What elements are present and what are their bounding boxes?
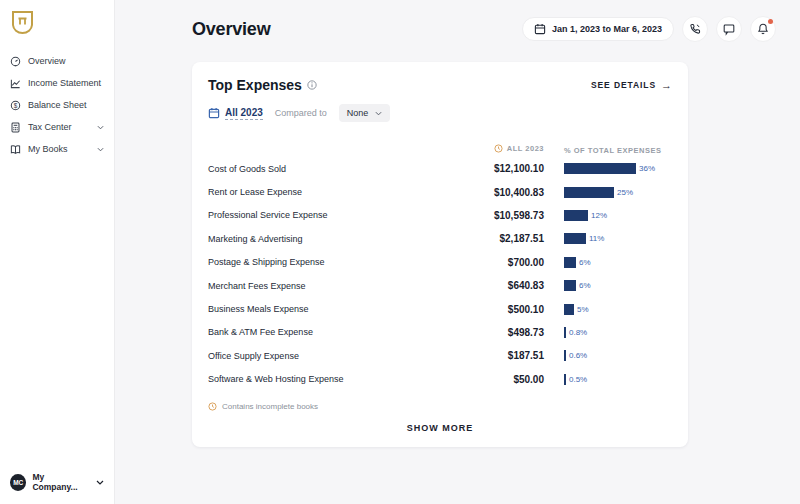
sidebar-nav: Overview Income Statement $ Balance Shee… — [0, 50, 114, 160]
expense-label: Cost of Goods Sold — [208, 164, 458, 174]
expense-label: Software & Web Hosting Expense — [208, 374, 458, 384]
chat-button[interactable] — [716, 16, 742, 42]
sidebar-item-label: Overview — [28, 56, 66, 66]
table-row: Software & Web Hosting Expense $50.00 0.… — [208, 368, 672, 391]
gauge-icon — [10, 56, 21, 67]
sidebar-item-balance-sheet[interactable]: $ Balance Sheet — [0, 94, 114, 116]
incomplete-clock-icon — [494, 144, 503, 153]
expense-amount: $12,100.10 — [458, 163, 544, 174]
table-row: Marketing & Advertising $2,187.51 11% — [208, 227, 672, 250]
calendar-icon — [534, 23, 546, 35]
app-logo-shield-pi-icon — [9, 9, 114, 36]
chevron-down-icon — [97, 125, 104, 130]
see-details-link[interactable]: SEE DETAILS → — [591, 79, 672, 91]
calculator-icon — [10, 122, 21, 133]
expense-bar — [564, 257, 576, 268]
sidebar-item-my-books[interactable]: My Books — [0, 138, 114, 160]
table-row: Rent or Lease Expense $10,400.83 25% — [208, 180, 672, 203]
expense-bar — [564, 374, 566, 385]
calendar-icon — [208, 107, 220, 119]
table-row: Postage & Shipping Expense $700.00 6% — [208, 251, 672, 274]
expense-label: Merchant Fees Expense — [208, 281, 458, 291]
line-chart-icon — [10, 78, 21, 89]
expense-pct: 12% — [591, 211, 607, 220]
notifications-button[interactable] — [750, 16, 776, 42]
expense-amount: $10,400.83 — [458, 187, 544, 198]
period-tab-all-2023[interactable]: All 2023 — [208, 107, 263, 120]
expenses-table: Cost of Goods Sold $12,100.10 36% Rent o… — [208, 157, 672, 391]
expense-bar — [564, 327, 566, 338]
expense-pct: 36% — [639, 164, 655, 173]
date-range-picker[interactable]: Jan 1, 2023 to Mar 6, 2023 — [522, 17, 674, 41]
expense-pct: 5% — [577, 305, 589, 314]
table-row: Merchant Fees Expense $640.83 6% — [208, 274, 672, 297]
expense-amount: $50.00 — [458, 374, 544, 385]
incomplete-books-note: Contains incomplete books — [208, 402, 672, 411]
expense-amount: $500.10 — [458, 304, 544, 315]
show-more-button[interactable]: SHOW MORE — [208, 423, 672, 433]
table-row: Cost of Goods Sold $12,100.10 36% — [208, 157, 672, 180]
page-title: Overview — [192, 19, 270, 40]
company-switcher[interactable]: MC My Company... — [0, 463, 114, 504]
table-row: Bank & ATM Fee Expense $498.73 0.8% — [208, 321, 672, 344]
topbar: Overview Jan 1, 2023 to Mar 6, 2023 — [115, 0, 800, 42]
chevron-down-icon — [97, 147, 104, 152]
expense-label: Professional Service Expense — [208, 210, 458, 220]
expense-bar — [564, 163, 636, 174]
dollar-circle-icon: $ — [10, 100, 21, 111]
compared-to-label: Compared to — [275, 108, 327, 118]
card-title: Top Expenses — [208, 77, 302, 93]
chat-icon — [722, 22, 736, 36]
expense-pct: 0.5% — [569, 375, 587, 384]
sidebar-item-tax-center[interactable]: Tax Center — [0, 116, 114, 138]
phone-support-button[interactable] — [682, 16, 708, 42]
expense-label: Marketing & Advertising — [208, 234, 458, 244]
expense-pct: 0.6% — [569, 351, 587, 360]
sidebar-item-label: Income Statement — [28, 78, 101, 88]
expense-amount: $498.73 — [458, 327, 544, 338]
expense-bar — [564, 187, 614, 198]
see-details-label: SEE DETAILS — [591, 80, 656, 90]
compare-select[interactable]: None — [339, 104, 391, 122]
company-avatar: MC — [10, 474, 26, 491]
book-icon — [10, 144, 21, 155]
column-header-pct: % OF TOTAL EXPENSES — [564, 146, 661, 155]
notification-dot — [768, 19, 773, 24]
expense-pct: 0.8% — [569, 328, 587, 337]
expense-bar — [564, 280, 576, 291]
expense-label: Bank & ATM Fee Expense — [208, 327, 458, 337]
expense-pct: 6% — [579, 281, 591, 290]
expense-amount: $10,598.73 — [458, 210, 544, 221]
sidebar-item-overview[interactable]: Overview — [0, 50, 114, 72]
table-row: Professional Service Expense $10,598.73 … — [208, 204, 672, 227]
period-tab-label: All 2023 — [225, 107, 263, 120]
sidebar-item-label: Tax Center — [28, 122, 72, 132]
sidebar-item-label: My Books — [28, 144, 68, 154]
expense-bar — [564, 233, 586, 244]
table-row: Business Meals Expense $500.10 5% — [208, 297, 672, 320]
date-range-label: Jan 1, 2023 to Mar 6, 2023 — [552, 24, 662, 34]
chevron-down-icon — [96, 480, 104, 485]
arrow-right-icon: → — [661, 79, 672, 91]
expense-bar — [564, 304, 574, 315]
compare-select-value: None — [347, 108, 369, 118]
main-area: Overview Jan 1, 2023 to Mar 6, 2023 — [115, 0, 800, 504]
incomplete-clock-icon — [208, 402, 217, 411]
info-icon[interactable] — [307, 80, 317, 90]
expense-label: Postage & Shipping Expense — [208, 257, 458, 267]
sidebar-item-income-statement[interactable]: Income Statement — [0, 72, 114, 94]
table-column-headers: ALL 2023 % OF TOTAL EXPENSES — [208, 139, 672, 157]
column-header-amount: ALL 2023 — [507, 144, 544, 153]
sidebar: Overview Income Statement $ Balance Shee… — [0, 0, 115, 504]
expense-amount: $187.51 — [458, 350, 544, 361]
phone-icon — [688, 22, 702, 36]
expense-pct: 25% — [617, 188, 633, 197]
expense-bar — [564, 210, 588, 221]
expense-amount: $640.83 — [458, 280, 544, 291]
expense-amount: $2,187.51 — [458, 233, 544, 244]
expense-label: Rent or Lease Expense — [208, 187, 458, 197]
expense-pct: 11% — [589, 234, 604, 243]
svg-text:$: $ — [14, 101, 18, 108]
sidebar-item-label: Balance Sheet — [28, 100, 87, 110]
top-expenses-card: Top Expenses SEE DETAILS → All 2023 Comp… — [192, 62, 688, 447]
